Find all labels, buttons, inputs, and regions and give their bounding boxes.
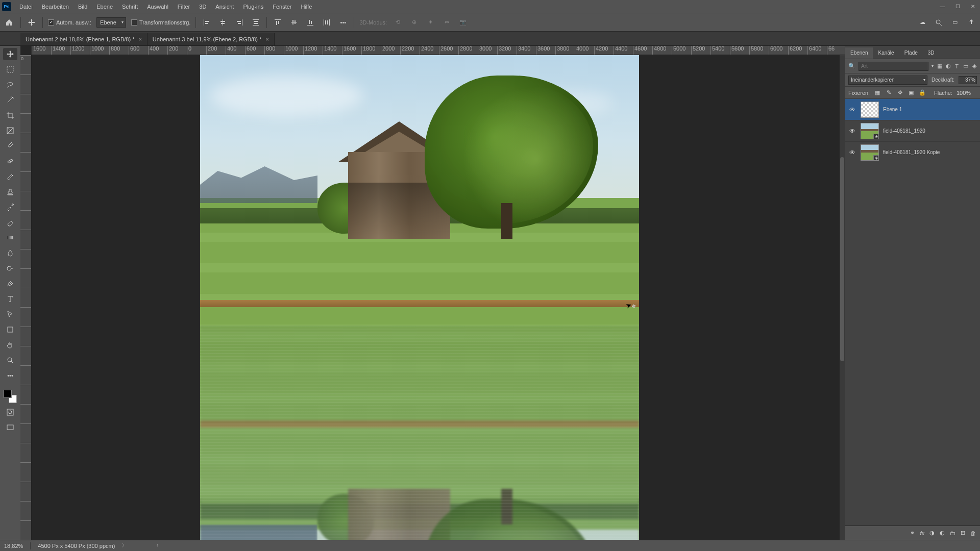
delete-layer-icon[interactable]: 🗑 [970,530,976,536]
filter-type-icon[interactable]: T [954,62,960,71]
new-layer-icon[interactable]: ⊞ [961,530,965,536]
layer-name[interactable]: Ebene 1 [883,107,902,112]
lock-paint-icon[interactable]: ✎ [885,89,892,96]
wand-tool[interactable] [3,94,17,106]
layer-name[interactable]: field-406181_1920 [883,128,925,134]
screenmode-icon[interactable] [3,421,17,434]
menu-bild[interactable]: Bild [74,0,91,13]
lock-pixels-icon[interactable]: ▦ [874,89,881,96]
menu-ansicht[interactable]: Ansicht [211,0,238,13]
menu-fenster[interactable]: Fenster [268,0,296,13]
filter-shape-icon[interactable]: ▭ [963,62,968,71]
distribute-v-icon[interactable] [321,17,332,28]
vertical-scrollbar[interactable] [840,55,845,540]
color-swatches[interactable] [4,390,17,403]
brush-tool[interactable] [3,170,17,183]
more-align-icon[interactable]: ••• [337,17,349,28]
scrollbar-thumb[interactable] [840,157,844,361]
filter-pixel-icon[interactable]: ▦ [937,62,942,71]
eraser-tool[interactable] [3,216,17,229]
tab-3d[interactable]: 3D [923,47,940,59]
pen-tool[interactable] [3,278,17,290]
vertical-ruler[interactable]: 0 [20,55,32,540]
dodge-tool[interactable] [3,262,17,274]
timeline-prev-icon[interactable]: 〈 [154,542,159,549]
menu-ebene[interactable]: Ebene [92,0,117,13]
tab-kanaele[interactable]: Kanäle [873,47,899,59]
align-top-icon[interactable] [272,17,283,28]
layer-row[interactable]: 👁Ebene 1 [845,99,980,120]
layer-thumbnail[interactable]: ◈ [861,123,879,139]
edit-toolbar-icon[interactable]: ••• [3,369,17,382]
lasso-tool[interactable] [3,79,17,91]
layer-row[interactable]: 👁◈field-406181_1920 Kopie [845,142,980,163]
menu-hilfe[interactable]: Hilfe [297,0,316,13]
zoom-level[interactable]: 18,82% [4,543,23,549]
visibility-toggle-icon[interactable]: 👁 [848,149,856,156]
share-icon[interactable] [966,17,977,28]
chevron-down-icon[interactable]: ▾ [932,64,934,68]
window-maximize-icon[interactable]: ☐ [952,3,963,10]
menu-bearbeiten[interactable]: Bearbeiten [38,0,73,13]
menu-schrift[interactable]: Schrift [118,0,142,13]
menu-filter[interactable]: Filter [174,0,194,13]
lock-position-icon[interactable]: ✥ [896,89,903,96]
link-layers-icon[interactable]: ⚭ [910,530,915,536]
canvas[interactable]: ➤✥ [32,55,845,540]
gradient-tool[interactable] [3,232,17,244]
align-bottom-icon[interactable] [305,17,316,28]
align-right-icon[interactable] [234,17,245,28]
cloud-docs-icon[interactable]: ☁ [917,17,928,28]
home-button[interactable] [3,16,15,29]
blur-tool[interactable] [3,247,17,259]
visibility-toggle-icon[interactable]: 👁 [848,106,856,113]
layer-thumbnail[interactable] [861,102,879,118]
workspace-switcher-icon[interactable]: ▭ [949,17,961,28]
frame-tool[interactable] [3,124,17,137]
layer-fx-icon[interactable]: fx [920,530,924,536]
search-icon[interactable] [933,17,944,28]
close-icon[interactable]: × [265,36,268,42]
layer-row[interactable]: 👁◈field-406181_1920 [845,120,980,142]
zoom-tool[interactable] [3,354,17,366]
window-minimize-icon[interactable]: — [937,3,947,10]
menu-plugins[interactable]: Plug-ins [239,0,267,13]
type-tool[interactable] [3,293,17,305]
horizontal-ruler[interactable]: 1600140012001000800600400200020040060080… [32,46,845,55]
auto-select-target-select[interactable]: Ebene [96,17,126,28]
shape-tool[interactable] [3,323,17,336]
menu-datei[interactable]: Datei [15,0,37,13]
lock-all-icon[interactable]: 🔒 [919,89,926,96]
window-close-icon[interactable]: ✕ [968,3,978,10]
align-left-icon[interactable] [201,17,212,28]
history-brush-tool[interactable] [3,201,17,213]
tab-pfade[interactable]: Pfade [899,47,923,59]
docinfo-chevron-icon[interactable]: 〉 [122,542,127,549]
blend-mode-select[interactable]: Ineinanderkopieren [848,76,927,85]
marquee-tool[interactable] [3,63,17,76]
stamp-tool[interactable] [3,186,17,198]
foreground-color-swatch[interactable] [4,390,12,398]
opacity-value[interactable]: 37% [959,76,977,84]
transform-controls-checkbox[interactable]: Transformationsstrg. [131,19,190,26]
align-hcenter-icon[interactable] [217,17,229,28]
layer-name[interactable]: field-406181_1920 Kopie [883,149,940,155]
hand-tool[interactable] [3,339,17,351]
layer-mask-icon[interactable]: ◑ [929,530,935,536]
move-tool-icon[interactable] [26,17,37,28]
close-icon[interactable]: × [138,36,141,42]
menu-auswahl[interactable]: Auswahl [143,0,173,13]
distribute-h-icon[interactable] [250,17,261,28]
healing-tool[interactable] [3,155,17,167]
filter-smart-icon[interactable]: ◈ [971,62,977,71]
move-tool[interactable] [3,48,17,60]
document-tab-1[interactable]: Unbenannt-2 bei 18,8% (Ebene 1, RGB/8) *… [20,33,148,45]
visibility-toggle-icon[interactable]: 👁 [848,128,856,135]
adjustment-layer-icon[interactable]: ◐ [940,530,945,536]
tab-ebenen[interactable]: Ebenen [845,47,873,59]
layer-group-icon[interactable]: 🗀 [950,530,955,536]
layer-thumbnail[interactable]: ◈ [861,144,879,161]
eyedropper-tool[interactable] [3,140,17,152]
crop-tool[interactable] [3,109,17,121]
align-vcenter-icon[interactable] [288,17,300,28]
